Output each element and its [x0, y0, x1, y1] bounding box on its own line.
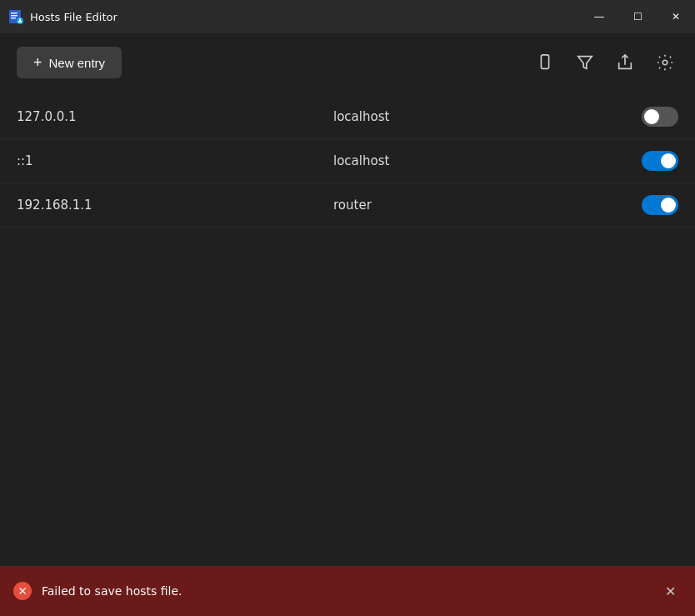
- svg-marker-8: [578, 57, 592, 69]
- toggle-thumb: [661, 153, 676, 168]
- toggle-track: [642, 195, 678, 215]
- entry-hostname: localhost: [333, 153, 642, 168]
- toggle-track: [642, 107, 678, 127]
- close-button[interactable]: ✕: [657, 0, 695, 33]
- export-icon: [616, 53, 634, 72]
- svg-rect-6: [18, 21, 22, 23]
- minimize-button[interactable]: —: [580, 0, 618, 33]
- title-bar: Hosts File Editor — ☐ ✕: [0, 0, 695, 33]
- export-button[interactable]: [612, 49, 638, 76]
- svg-rect-3: [11, 18, 16, 19]
- maximize-button[interactable]: ☐: [618, 0, 657, 33]
- filter-icon: [576, 53, 594, 72]
- error-message: Failed to save hosts file.: [42, 584, 648, 598]
- svg-rect-1: [11, 13, 18, 14]
- table-row[interactable]: ::1localhost: [0, 139, 695, 183]
- entry-ip: ::1: [17, 153, 333, 168]
- app-icon: [8, 9, 23, 24]
- new-entry-button[interactable]: + New entry: [17, 47, 122, 78]
- new-entry-label: New entry: [49, 56, 106, 70]
- toggle-switch[interactable]: [642, 107, 678, 127]
- toggle-thumb: [644, 109, 659, 124]
- toggle-track: [642, 151, 678, 171]
- toolbar: + New entry: [0, 33, 695, 92]
- entry-ip: 192.168.1.1: [17, 198, 333, 213]
- entry-ip: 127.0.0.1: [17, 109, 333, 124]
- table-row[interactable]: 192.168.1.1router: [0, 183, 695, 228]
- error-bar: ✕ Failed to save hosts file. ✕: [0, 566, 695, 616]
- title-bar-left: Hosts File Editor: [8, 9, 118, 24]
- toggle-view-button[interactable]: [532, 49, 558, 76]
- new-entry-plus-icon: +: [33, 55, 42, 70]
- entry-hostname: localhost: [333, 109, 642, 124]
- error-close-button[interactable]: ✕: [658, 579, 682, 603]
- window-controls: — ☐ ✕: [580, 0, 695, 33]
- svg-point-10: [662, 60, 668, 65]
- filter-button[interactable]: [572, 49, 598, 76]
- table-row[interactable]: 127.0.0.1localhost: [0, 95, 695, 139]
- entry-list: 127.0.0.1localhost::1localhost192.168.1.…: [0, 92, 695, 566]
- toggle-switch[interactable]: [642, 195, 678, 215]
- entry-hostname: router: [333, 198, 642, 213]
- window-title: Hosts File Editor: [30, 11, 118, 23]
- error-icon: ✕: [13, 582, 32, 600]
- settings-button[interactable]: [652, 49, 678, 76]
- toggle-view-icon: [536, 53, 554, 72]
- toolbar-actions: [532, 49, 678, 76]
- gear-icon: [656, 53, 674, 72]
- svg-rect-2: [11, 15, 18, 17]
- toggle-switch[interactable]: [642, 151, 678, 171]
- toggle-thumb: [661, 198, 676, 213]
- svg-rect-7: [541, 55, 548, 69]
- main-content: + New entry: [0, 33, 695, 566]
